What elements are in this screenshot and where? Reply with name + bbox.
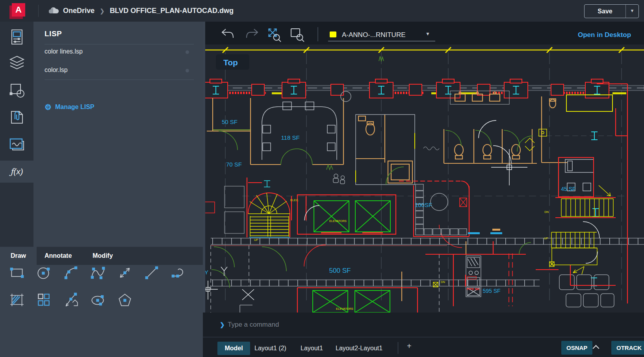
zoom-extents-button[interactable] bbox=[266, 27, 282, 43]
otrack-toggle[interactable]: OTRACK bbox=[611, 341, 644, 355]
tab-draw[interactable]: Draw bbox=[0, 247, 37, 265]
lisp-file-item[interactable]: color.lsp bbox=[45, 67, 194, 78]
toolbar-divider bbox=[317, 27, 318, 41]
fx-icon: ƒ(x) bbox=[10, 167, 23, 176]
tab-layout1-2[interactable]: Layout1 (2) bbox=[254, 342, 286, 354]
osnap-toggle[interactable]: OSNAP bbox=[561, 341, 592, 355]
chevron-down-icon[interactable]: ▼ bbox=[425, 31, 430, 37]
arc-continue-tool[interactable] bbox=[169, 263, 188, 282]
undo-button[interactable] bbox=[221, 28, 236, 39]
autocad-logo[interactable]: A bbox=[9, 3, 27, 19]
sidebar-item-layers[interactable] bbox=[0, 52, 33, 75]
top-bar: A OneDrive ❯ BLVD OFFICE_PLAN-AUTOCAD.dw… bbox=[0, 0, 644, 22]
command-prompt-icon: ❯ bbox=[220, 321, 225, 328]
arc-tool[interactable] bbox=[62, 263, 81, 282]
tab-separator bbox=[398, 342, 398, 354]
circle-tool[interactable] bbox=[34, 263, 53, 282]
dimension-icon bbox=[116, 264, 134, 281]
save-button[interactable]: Save ▼ bbox=[584, 4, 639, 18]
save-dropdown-arrow-icon[interactable]: ▼ bbox=[626, 5, 638, 18]
command-input-placeholder[interactable]: Type a command bbox=[228, 321, 279, 329]
lisp-panel: LISP color lines.lsp color.lsp ⚙ Manage … bbox=[33, 22, 203, 247]
multileader-icon bbox=[63, 291, 80, 309]
svg-text:50 SF: 50 SF bbox=[222, 118, 238, 125]
ribbon-panel: Draw Annotate Modify bbox=[0, 247, 203, 357]
status-bar: Model Layout1 (2) Layout1 Layout2-Layout… bbox=[203, 337, 644, 357]
polygon-tool[interactable] bbox=[115, 290, 134, 309]
tab-model[interactable]: Model bbox=[217, 342, 250, 355]
multileader-tool[interactable] bbox=[62, 290, 81, 309]
canvas-background bbox=[203, 44, 644, 313]
floor-plan-drawing[interactable]: Top 50 SF 118 SF 70 SF 100SF 45 SF 500 S… bbox=[203, 44, 644, 313]
save-divider bbox=[625, 5, 626, 18]
properties-icon bbox=[9, 28, 24, 46]
blocks-icon bbox=[9, 83, 25, 98]
lisp-file-item[interactable]: color lines.lsp bbox=[45, 48, 194, 60]
insert-block-icon bbox=[35, 291, 52, 309]
ellipse-icon bbox=[89, 291, 107, 309]
open-in-desktop-link[interactable]: Open in Desktop bbox=[578, 31, 631, 39]
spline-tool[interactable] bbox=[89, 263, 108, 282]
lisp-file-name[interactable]: color lines.lsp bbox=[45, 48, 83, 55]
lisp-status-dot bbox=[186, 50, 189, 54]
ellipse-tool[interactable] bbox=[89, 290, 108, 309]
breadcrumb-chevron-icon: ❯ bbox=[98, 7, 106, 15]
line-tool[interactable] bbox=[142, 263, 161, 282]
breadcrumb: OneDrive ❯ BLVD OFFICE_PLAN-AUTOCAD.dwg bbox=[47, 0, 234, 22]
sidebar-item-lisp-fx[interactable]: ƒ(x) bbox=[0, 161, 33, 183]
svg-text:ELEVATORS: ELEVATORS bbox=[329, 219, 347, 223]
view-label-text: Top bbox=[223, 58, 238, 67]
line-icon bbox=[143, 264, 160, 281]
pipe-shaft-label: PIPE SH bbox=[467, 287, 479, 291]
svg-text:ELEC.: ELEC. bbox=[290, 198, 299, 202]
arc-icon bbox=[63, 264, 80, 281]
redo-button[interactable] bbox=[244, 28, 259, 39]
lisp-status-dot bbox=[186, 69, 189, 72]
manage-lisp-label[interactable]: Manage LISP bbox=[55, 104, 95, 111]
manage-lisp-button[interactable]: ⚙ Manage LISP bbox=[45, 103, 95, 111]
panel-resize-edge[interactable] bbox=[203, 22, 205, 313]
attach-xref-icon bbox=[9, 109, 25, 126]
dimension-tool[interactable] bbox=[115, 263, 134, 282]
sidebar-item-xref[interactable] bbox=[0, 106, 33, 129]
zoom-window-button[interactable] bbox=[289, 27, 305, 43]
tab-modify[interactable]: Modify bbox=[93, 247, 113, 265]
tab-layout2-layout1[interactable]: Layout2-Layout1 bbox=[336, 342, 382, 354]
drawing-canvas[interactable]: Top 50 SF 118 SF 70 SF 100SF 45 SF 500 S… bbox=[203, 44, 644, 313]
gear-icon: ⚙ bbox=[45, 103, 52, 111]
chevron-up-icon[interactable] bbox=[593, 345, 599, 352]
svg-text:595 SF: 595 SF bbox=[483, 288, 500, 294]
tab-annotate[interactable]: Annotate bbox=[45, 247, 72, 265]
image-trace-icon bbox=[9, 137, 25, 152]
rectangle-tool[interactable] bbox=[7, 263, 26, 282]
hatch-tool[interactable] bbox=[7, 290, 26, 309]
svg-text:UP: UP bbox=[544, 237, 548, 240]
autocad-logo-icon: A bbox=[12, 3, 25, 17]
onedrive-icon bbox=[47, 7, 59, 15]
breadcrumb-filename: BLVD OFFICE_PLAN-AUTOCAD.dwg bbox=[110, 7, 234, 15]
hatch-icon bbox=[8, 291, 26, 309]
layer-dropdown-underline bbox=[328, 41, 435, 41]
svg-text:100SF: 100SF bbox=[415, 202, 432, 208]
circle-icon bbox=[35, 264, 52, 281]
sidebar-item-properties[interactable] bbox=[0, 26, 33, 48]
sidebar-item-blocks[interactable] bbox=[0, 79, 33, 102]
polygon-icon bbox=[116, 291, 134, 309]
left-toolbar-rail: ƒ(x) bbox=[0, 22, 33, 247]
tab-layout1[interactable]: Layout1 bbox=[301, 342, 323, 354]
divider bbox=[45, 44, 194, 44]
layer-dropdown[interactable]: A-ANNO-...RNITURE bbox=[342, 31, 406, 39]
viewcube-label[interactable]: Top bbox=[216, 54, 249, 70]
ribbon-tabstrip: Draw Annotate Modify bbox=[0, 247, 203, 265]
lisp-file-name[interactable]: color.lsp bbox=[45, 67, 68, 73]
svg-text:DN: DN bbox=[544, 210, 549, 214]
breadcrumb-location[interactable]: OneDrive bbox=[63, 7, 95, 15]
save-label[interactable]: Save bbox=[585, 5, 625, 18]
sidebar-item-image[interactable] bbox=[0, 133, 33, 156]
blocks-tool[interactable] bbox=[34, 290, 53, 309]
command-bar[interactable]: ❯ Type a command bbox=[203, 313, 644, 337]
add-layout-button[interactable]: + bbox=[407, 342, 412, 351]
svg-text:118 SF: 118 SF bbox=[281, 134, 299, 141]
lisp-panel-title: LISP bbox=[45, 30, 62, 38]
svg-text:45 SF: 45 SF bbox=[561, 186, 575, 192]
